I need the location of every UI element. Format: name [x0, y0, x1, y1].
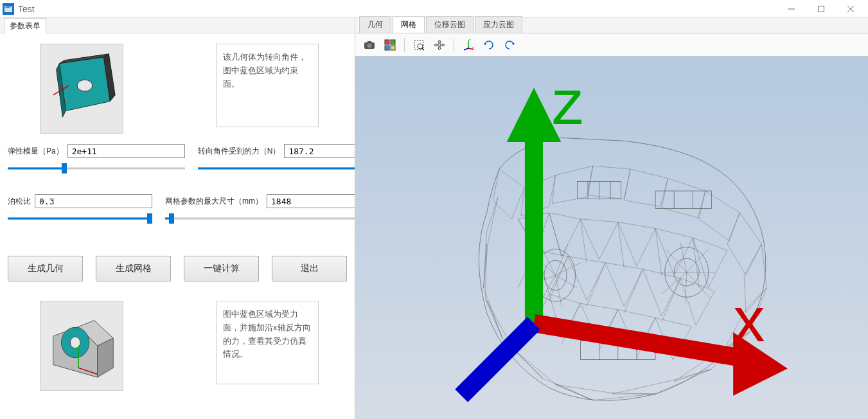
viewport-toolbar: zx	[355, 33, 868, 57]
geometry-thumbnail-1	[40, 44, 123, 134]
svg-rect-2	[819, 6, 824, 12]
axis-triad-icon: z x	[368, 57, 868, 414]
force-slider[interactable]	[198, 163, 355, 174]
window-controls	[777, 0, 865, 18]
3d-viewport[interactable]: z x	[355, 57, 868, 419]
description-1: 该几何体为转向角件，图中蓝色区域为约束面。	[216, 44, 319, 127]
app-icon	[3, 3, 14, 15]
generate-geometry-button[interactable]: 生成几何	[8, 256, 83, 281]
description-2: 图中蓝色区域为受力面，并施加沿x轴反方向的力，查看其受力仿真情况。	[216, 301, 319, 384]
force-label: 转向角件受到的力（N）	[198, 146, 281, 157]
tab-displacement[interactable]: 位移云图	[426, 16, 474, 33]
tab-stress[interactable]: 应力云图	[475, 16, 522, 33]
rotate-left-icon[interactable]	[480, 36, 498, 54]
title-bar: Test	[0, 0, 868, 18]
mesh-size-slider[interactable]	[165, 213, 355, 224]
mesh-size-input[interactable]	[267, 194, 355, 208]
close-button[interactable]	[836, 0, 865, 18]
tab-geometry[interactable]: 几何	[359, 16, 391, 33]
camera-icon[interactable]	[360, 36, 378, 54]
minimize-button[interactable]	[777, 0, 806, 18]
svg-marker-35	[484, 43, 486, 45]
window-title: Test	[18, 4, 35, 14]
svg-line-54	[534, 323, 751, 359]
parameter-panel: 参数表单	[0, 18, 355, 419]
svg-point-22	[368, 43, 372, 48]
generate-mesh-button[interactable]: 生成网格	[96, 256, 171, 281]
force-input[interactable]	[284, 144, 355, 158]
panel-header: 参数表单	[0, 18, 355, 33]
svg-point-10	[77, 80, 93, 91]
svg-line-32	[464, 48, 468, 50]
one-click-compute-button[interactable]: 一键计算	[184, 256, 259, 281]
svg-text:z: z	[469, 39, 471, 42]
svg-rect-25	[385, 46, 389, 50]
svg-line-29	[422, 48, 424, 50]
axes-icon[interactable]: zx	[459, 36, 477, 54]
pan-icon[interactable]	[430, 36, 448, 54]
elastic-modulus-label: 弹性模量（Pa）	[8, 146, 64, 157]
svg-rect-24	[391, 40, 395, 44]
svg-rect-26	[391, 46, 395, 50]
poisson-slider[interactable]	[8, 213, 152, 224]
elastic-modulus-slider[interactable]	[8, 163, 185, 174]
layout-icon[interactable]	[381, 36, 399, 54]
maximize-button[interactable]	[806, 0, 836, 18]
svg-rect-23	[385, 40, 389, 44]
tab-mesh[interactable]: 网格	[393, 16, 425, 33]
panel-title: 参数表单	[4, 18, 46, 33]
svg-text:z: z	[552, 67, 583, 138]
svg-marker-36	[512, 43, 515, 45]
poisson-input[interactable]	[35, 194, 152, 208]
rotate-right-icon[interactable]	[500, 36, 518, 54]
view-tabs: 几何 网格 位移云图 应力云图	[355, 18, 868, 33]
svg-text:x: x	[733, 284, 765, 355]
svg-rect-21	[368, 41, 371, 43]
viewport-panel: 几何 网格 位移云图 应力云图 zx	[355, 18, 868, 419]
poisson-label: 泊松比	[8, 196, 31, 207]
svg-line-56	[461, 323, 534, 396]
svg-point-28	[418, 44, 423, 49]
zoom-select-icon[interactable]	[410, 36, 428, 54]
exit-button[interactable]: 退出	[272, 256, 347, 281]
elastic-modulus-input[interactable]	[67, 144, 185, 158]
svg-text:x: x	[472, 46, 474, 49]
geometry-thumbnail-2	[40, 301, 123, 391]
mesh-size-label: 网格参数的最大尺寸（mm）	[165, 196, 263, 207]
